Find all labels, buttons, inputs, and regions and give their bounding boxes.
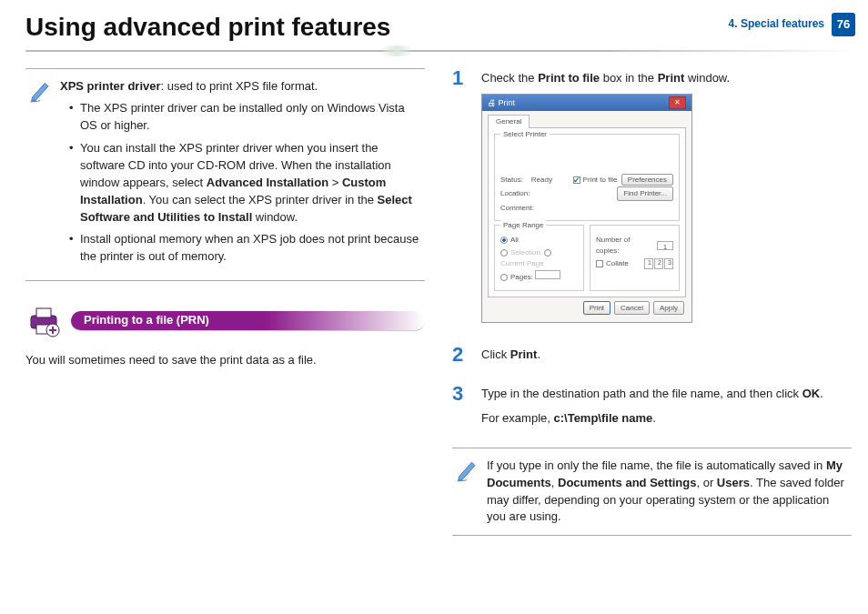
step-text: Type in the destination path and the fil… [481, 386, 852, 403]
group-select-printer: Select Printer [500, 129, 550, 140]
apply-button: Apply [653, 301, 684, 316]
radio-current [544, 249, 551, 257]
step-number: 2 [452, 345, 469, 371]
radio-all [500, 237, 508, 244]
title-rule [25, 50, 855, 52]
page-number-badge: 76 [832, 13, 855, 36]
radio-selection [500, 249, 508, 257]
step-1: 1 Check the Print to file box in the Pri… [452, 68, 852, 333]
group-page-range: Page Range [500, 220, 546, 231]
note-icon [456, 458, 481, 526]
note-text: If you type in only the file name, the f… [487, 458, 848, 526]
print-button: Print [583, 301, 611, 316]
section-title-bar: Printing to a file (PRN) [71, 311, 425, 331]
cancel-button: Cancel [614, 301, 650, 316]
find-printer-button: Find Printer... [617, 186, 673, 201]
step-text: Check the Print to file box in the Print… [481, 70, 852, 87]
print-to-file-checkbox [573, 176, 580, 184]
left-column: XPS printer driver: used to print XPS fi… [25, 68, 425, 559]
step-2: 2 Click Print. [452, 345, 852, 371]
svg-rect-1 [36, 308, 51, 317]
section-body-text: You will sometimes need to save the prin… [25, 352, 425, 369]
dialog-tab-general: General [488, 115, 530, 128]
print-dialog-screenshot: 🖨 Print ✕ General Select Printer Status:… [481, 94, 692, 323]
header-right: 4. Special features 76 [729, 13, 855, 36]
note-icon [29, 78, 55, 271]
dialog-title: 🖨 Print [488, 97, 515, 109]
step-3: 3 Type in the destination path and the f… [452, 384, 852, 435]
step-number: 3 [452, 384, 469, 435]
step-text: Click Print. [481, 347, 852, 364]
section-heading: Printing to a file (PRN) [25, 303, 425, 339]
printer-icon [25, 303, 62, 339]
note-bullet: You can install the XPS printer driver w… [69, 140, 421, 226]
collate-icon: 123 [644, 258, 673, 269]
section-label: 4. Special features [729, 16, 824, 32]
note-bullet: The XPS printer driver can be installed … [69, 100, 421, 135]
note-lead: XPS printer driver: used to print XPS fi… [60, 78, 421, 96]
close-icon: ✕ [669, 96, 686, 109]
note-bullet: Install optional memory when an XPS job … [69, 231, 421, 266]
radio-pages [500, 274, 508, 281]
step-number: 1 [452, 68, 469, 333]
right-column: 1 Check the Print to file box in the Pri… [452, 68, 852, 559]
preferences-button: Preferences [621, 174, 673, 186]
collate-checkbox [596, 260, 603, 267]
step-example: For example, c:\Temp\file name. [481, 410, 852, 428]
note-box-filename: If you type in only the file name, the f… [452, 448, 852, 536]
note-box-xps: XPS printer driver: used to print XPS fi… [25, 68, 425, 281]
